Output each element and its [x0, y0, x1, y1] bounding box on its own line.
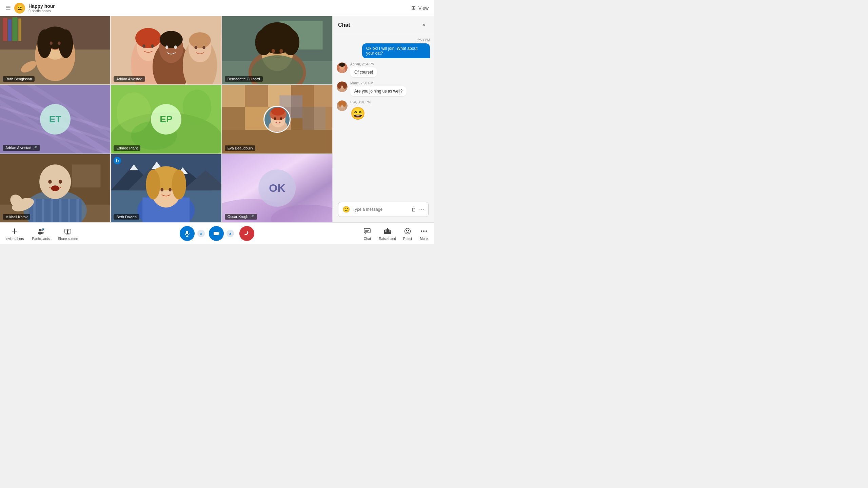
emoji-button[interactable]: 🙂: [342, 206, 350, 213]
video-inner-ep: EP: [111, 85, 221, 153]
video-tile-eva: Eva Beaudouin: [222, 85, 332, 153]
svg-point-122: [337, 82, 341, 89]
svg-rect-145: [187, 235, 188, 236]
svg-point-74: [280, 117, 282, 120]
svg-point-163: [423, 230, 425, 232]
header-left: ☰ 😄 Happy hour 9 participants: [5, 3, 55, 14]
own-message-container: 2:53 PM Ok ok! I will join. What about y…: [337, 38, 430, 58]
toolbar-center: ▲ ▲: [180, 226, 254, 241]
attachment-icon[interactable]: 🗒: [411, 207, 416, 212]
name-text-et: Adrian Alvestad: [5, 146, 31, 150]
share-screen-icon: [63, 226, 73, 236]
video-tile-bernadette: Bernadette Guibord: [222, 16, 332, 84]
participants-button[interactable]: Participants: [32, 226, 50, 241]
svg-point-106: [172, 169, 186, 199]
svg-rect-4: [12, 17, 17, 41]
chat-messages[interactable]: 2:53 PM Ok ok! I will join. What about y…: [333, 34, 434, 197]
svg-point-73: [274, 117, 276, 120]
raise-hand-label: Raise hand: [379, 237, 396, 241]
name-text-adrian-top: Adrian Alvestad: [116, 77, 142, 81]
message-row-marie: Marie, 2:58 PM Are you joining us as wel…: [337, 81, 430, 96]
name-label-mikhail: Mikhail Kotov: [3, 214, 30, 220]
name-label-ruth: Ruth Bengtsson: [3, 76, 35, 82]
video-inner-oscar: OK: [222, 154, 332, 222]
svg-rect-3: [8, 19, 12, 41]
svg-point-86: [39, 164, 71, 199]
svg-point-22: [160, 31, 183, 48]
cam-chevron[interactable]: ▲: [226, 230, 234, 237]
chat-input-area[interactable]: 🙂 🗒 ⋯: [338, 202, 429, 217]
video-grid: Ruth Bengtsson: [0, 16, 332, 222]
message-sender-marie: Marie, 2:58 PM: [350, 81, 407, 85]
video-tile-beth: b Beth Davies: [111, 154, 221, 222]
svg-rect-140: [67, 233, 68, 234]
chat-input[interactable]: [353, 207, 409, 212]
avatar-circle-oscar: OK: [258, 169, 296, 207]
name-label-adrian-top: Adrian Alvestad: [114, 76, 145, 82]
svg-point-89: [51, 185, 59, 191]
svg-point-23: [165, 45, 168, 49]
video-inner-bernadette: [222, 16, 332, 84]
svg-point-10: [59, 29, 73, 58]
view-button[interactable]: ⊞ View: [411, 5, 429, 11]
more-button[interactable]: More: [419, 226, 429, 241]
chat-close-button[interactable]: ×: [419, 20, 429, 30]
svg-point-27: [189, 32, 211, 48]
svg-point-129: [342, 101, 346, 107]
svg-point-17: [135, 28, 161, 48]
react-icon: [403, 226, 412, 236]
svg-rect-147: [214, 232, 218, 235]
share-screen-label: Share screen: [58, 237, 78, 241]
svg-rect-131: [14, 228, 15, 234]
name-label-bernadette: Bernadette Guibord: [225, 76, 263, 82]
toolbar-left: Invite others Participants: [5, 226, 78, 241]
svg-rect-5: [18, 19, 21, 41]
svg-rect-77: [72, 164, 101, 187]
svg-rect-138: [42, 228, 43, 229]
bing-icon: b: [114, 157, 121, 166]
view-label: View: [418, 5, 429, 11]
svg-rect-61: [222, 107, 245, 130]
svg-point-135: [41, 232, 44, 234]
chat-panel: Chat × 2:53 PM Ok ok! I will join. What …: [332, 16, 434, 222]
mic-button[interactable]: [180, 226, 195, 241]
react-button[interactable]: React: [403, 226, 412, 241]
svg-point-105: [146, 169, 160, 199]
raise-hand-button[interactable]: Raise hand: [379, 226, 396, 241]
participants-icon: [36, 226, 46, 236]
eva-avatar: [263, 106, 291, 133]
invite-others-button[interactable]: Invite others: [5, 226, 24, 241]
message-content-marie: Marie, 2:58 PM Are you joining us as wel…: [350, 81, 407, 96]
message-emoji-eva: 😄: [350, 105, 371, 122]
svg-text:b: b: [116, 158, 119, 163]
svg-point-117: [339, 63, 345, 67]
more-options-icon[interactable]: ⋯: [419, 206, 424, 212]
name-text-ruth: Ruth Bengtsson: [5, 77, 32, 81]
message-sender-adrian: Adrian, 2:54 PM: [350, 62, 377, 66]
mic-chevron[interactable]: ▲: [197, 230, 205, 237]
meeting-title: Happy hour: [28, 3, 55, 9]
hamburger-icon[interactable]: ☰: [5, 4, 11, 12]
name-label-eva: Eva Beaudouin: [225, 145, 256, 151]
meeting-info: Happy hour 9 participants: [28, 3, 55, 13]
svg-rect-60: [314, 85, 332, 107]
svg-point-28: [195, 46, 197, 49]
chat-label: Chat: [364, 237, 371, 241]
cam-button[interactable]: [209, 226, 224, 241]
chat-button[interactable]: Chat: [362, 226, 372, 241]
end-call-button[interactable]: [239, 226, 254, 241]
invite-others-label: Invite others: [5, 237, 24, 241]
avatar-marie-chat: [337, 81, 348, 92]
react-label: React: [403, 237, 412, 241]
svg-point-128: [338, 101, 342, 107]
svg-point-161: [408, 230, 409, 230]
share-screen-button[interactable]: Share screen: [58, 226, 78, 241]
svg-rect-79: [29, 199, 82, 222]
message-text-marie: Are you joining us as well?: [350, 86, 407, 96]
chat-input-container: 🙂 🗒 ⋯: [333, 197, 434, 222]
muted-icon-oscar: 🎤: [250, 215, 254, 219]
muted-icon-et: 🎤: [33, 146, 37, 150]
header: ☰ 😄 Happy hour 9 participants ⊞ View: [0, 0, 434, 16]
name-text-eva: Eva Beaudouin: [228, 146, 253, 150]
close-icon: ×: [422, 22, 425, 28]
